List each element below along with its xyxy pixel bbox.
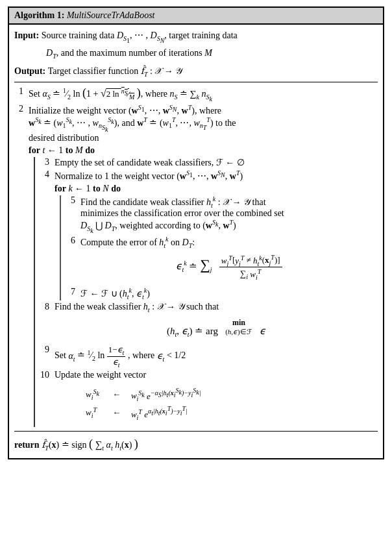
step-8-num: 8 [40,302,55,312]
epsilon-formula: ϵtk ≐ ∑j wjT[yjT ≠ htk(xjT)] ∑i wiT [80,254,378,280]
step-7-content: ℱ ← ℱ ∪ (htk, ϵtk) [80,287,378,300]
step-10-content: Update the weight vector wiSk ← wiSk e−α… [55,370,378,428]
algorithm-box: Algorithm 1: MultiSourceTrAdaBoost Input… [8,6,384,459]
step-2: 2 Initialize the weight vector (wS1, ⋯, … [14,104,378,143]
step-4-num: 4 [40,169,55,180]
for-t-line: for t ← 1 to M do [29,145,378,156]
weight-update-formula: wiSk ← wiSk e−αS|ht(xiSk)−yiSk| wiT ← wi… [80,385,378,422]
input-block: Input: Source training data DS1, ⋯ , DSN… [14,29,378,62]
return-line: return f̂T(x) ≐ sign ( ∑t αt ht(x) ) [14,431,378,454]
input-text: Source training data DS1, ⋯ , DSN, targe… [42,30,238,40]
step-3-num: 3 [40,157,55,167]
output-text: Target classifier function f̂T : 𝒳 → 𝒴 [48,66,182,76]
step-8-content: Find the weak classifier ht : 𝒳 → 𝒴 such… [55,302,378,344]
algorithm-label: Algorithm 1: [14,10,67,20]
step-5: 5 Find the candidate weak classifier htk… [66,195,378,234]
step-7: 7 ℱ ← ℱ ∪ (htk, ϵtk) [66,287,378,300]
step-6-num: 6 [66,236,80,246]
algorithm-header: Algorithm 1: MultiSourceTrAdaBoost [9,8,383,25]
step-2-num: 2 [14,104,29,114]
output-label: Output: [14,66,48,76]
argmin-formula: (ht, ϵt) ≐ arg min (h,ϵ)∈ℱ ϵ [55,318,378,338]
step-1-content: Set αS ≐ 1⁄2 ln (1 + √2 ln nS⁄M ), where… [29,86,378,103]
step-4-content: Normalize to 1 the weight vector (wS1, ⋯… [55,169,378,182]
output-block: Output: Target classifier function f̂T :… [14,64,378,83]
step-8: 8 Find the weak classifier ht : 𝒳 → 𝒴 su… [40,302,378,344]
step-4: 4 Normalize to 1 the weight vector (wS1,… [40,169,378,182]
step-10: 10 Update the weight vector wiSk ← wiSk … [40,370,378,428]
step-7-num: 7 [66,287,80,297]
for-k-body: 5 Find the candidate weak classifier htk… [60,195,378,300]
step-5-num: 5 [66,195,80,206]
for-k-line: for k ← 1 to N do [55,184,378,194]
step-9: 9 Set αt ≐ 1⁄2 ln 1−ϵt ϵt , where ϵt < 1… [40,345,378,368]
step-1: 1 Set αS ≐ 1⁄2 ln (1 + √2 ln nS⁄M ), whe… [14,86,378,103]
step-10-num: 10 [40,370,55,380]
algorithm-body: Input: Source training data DS1, ⋯ , DSN… [9,25,383,458]
input-text2: DT, and the maximum number of iterations… [46,48,212,58]
for-t-body: 3 Empty the set of candidate weak classi… [34,157,378,427]
step-9-num: 9 [40,345,55,355]
algorithm-title: MultiSourceTrAdaBoost [67,10,155,20]
step-1-num: 1 [14,86,29,97]
step-9-content: Set αt ≐ 1⁄2 ln 1−ϵt ϵt , where ϵt < 1/2 [55,345,378,368]
step-6: 6 Compute the error of htk on DT: ϵtk ≐ … [66,236,378,286]
step-2-content: Initialize the weight vector (wS1, ⋯, wS… [29,104,378,143]
step-6-content: Compute the error of htk on DT: ϵtk ≐ ∑j… [80,236,378,286]
step-5-content: Find the candidate weak classifier htk :… [80,195,378,234]
step-3-content: Empty the set of candidate weak classifi… [55,157,378,168]
step-3: 3 Empty the set of candidate weak classi… [40,157,378,168]
input-label: Input: [14,30,42,40]
